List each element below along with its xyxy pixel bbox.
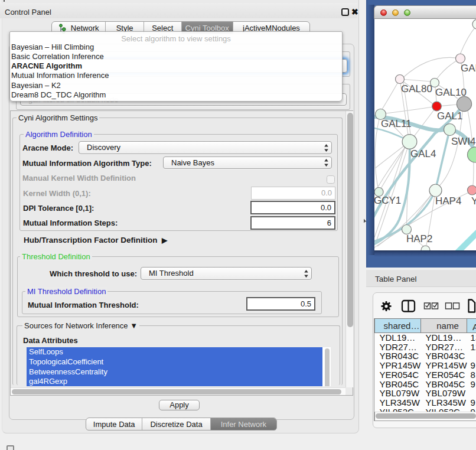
- svg-text:GAL: GAL: [461, 63, 476, 74]
- svg-text:GAL10: GAL10: [435, 87, 467, 98]
- svg-text:HAP2: HAP2: [406, 233, 432, 244]
- svg-text:GAL1: GAL1: [437, 110, 462, 122]
- svg-text:GAL4: GAL4: [410, 148, 436, 159]
- svg-text:Y: Y: [471, 195, 476, 207]
- svg-text:SWI4: SWI4: [451, 136, 476, 147]
- svg-text:GAL80: GAL80: [401, 83, 432, 94]
- svg-text:GCY1: GCY1: [374, 195, 401, 206]
- svg-text:GAL11: GAL11: [381, 118, 412, 129]
- svg-text:HAP4: HAP4: [435, 195, 461, 207]
